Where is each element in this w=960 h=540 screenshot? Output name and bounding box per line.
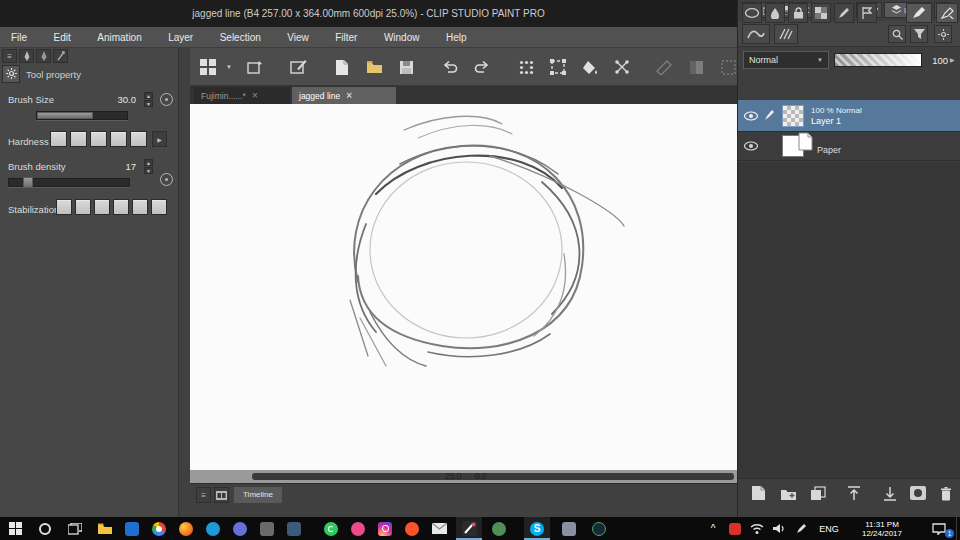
file-explorer-icon[interactable] — [92, 517, 118, 540]
clock[interactable]: 11:31 PM 12/24/2017 — [848, 517, 916, 540]
opacity-slider[interactable] — [834, 53, 922, 67]
cortana-search-button[interactable] — [30, 517, 60, 540]
brush-size-spin-up[interactable]: ▲ — [144, 92, 153, 99]
horizontal-scrollbar[interactable] — [252, 473, 734, 480]
layer-name[interactable]: Paper — [817, 145, 841, 155]
close-tab-icon[interactable]: × — [346, 91, 352, 101]
subtool-tab-3-icon[interactable] — [53, 49, 68, 63]
app-icon-generic-1[interactable] — [254, 517, 280, 540]
document-tab-active[interactable]: jagged line × — [292, 87, 396, 104]
stabilization-level-3[interactable] — [94, 199, 110, 215]
clip-at-layer-icon[interactable] — [765, 3, 785, 23]
stabilization-level-4[interactable] — [113, 199, 129, 215]
snap-to-dots-icon[interactable] — [514, 55, 538, 79]
undo-icon[interactable] — [438, 55, 462, 79]
workspace-grid-icon[interactable] — [196, 55, 220, 79]
brush-density-value[interactable]: 17 — [100, 161, 136, 172]
lock-layer-icon[interactable] — [788, 3, 808, 23]
delete-layer-trash-button[interactable] — [934, 482, 958, 504]
document-tab-inactive[interactable]: Fujimin......* × — [194, 87, 290, 104]
edge-browser-icon[interactable] — [200, 517, 226, 540]
new-file-icon[interactable] — [330, 55, 354, 79]
stabilization-level-5[interactable] — [132, 199, 148, 215]
filter-layer-icon[interactable] — [910, 25, 928, 43]
dribbble-icon[interactable] — [345, 517, 371, 540]
menu-view[interactable]: View — [276, 28, 320, 48]
hardness-level-5[interactable] — [130, 131, 147, 147]
menu-layer[interactable]: Layer — [157, 28, 204, 48]
edit-in-app-icon[interactable] — [286, 55, 310, 79]
antivirus-tray-icon[interactable] — [726, 517, 744, 540]
language-indicator[interactable]: ENG — [814, 517, 844, 540]
stabilization-level-1[interactable] — [56, 199, 72, 215]
brush-size-slider[interactable] — [36, 111, 128, 120]
hidden-icons-chevron[interactable]: ^ — [704, 517, 722, 540]
redo-icon[interactable] — [470, 55, 494, 79]
title-bar[interactable]: jagged line (B4 257.00 x 364.00mm 600dpi… — [0, 0, 737, 27]
paint-3d-icon[interactable] — [556, 517, 582, 540]
open-file-icon[interactable] — [362, 55, 386, 79]
whatsapp-icon[interactable] — [318, 517, 344, 540]
film-strip-icon[interactable] — [214, 487, 229, 503]
save-file-icon[interactable] — [394, 55, 418, 79]
chrome-icon[interactable] — [146, 517, 172, 540]
visibility-eye-icon[interactable] — [744, 107, 758, 125]
network-icon[interactable] — [748, 517, 766, 540]
new-layer-folder-button[interactable] — [776, 482, 800, 504]
task-view-button[interactable] — [60, 517, 90, 540]
transform-mesh-icon[interactable] — [610, 55, 634, 79]
new-layer-button[interactable] — [746, 482, 770, 504]
brush-strokes-icon[interactable] — [774, 24, 798, 44]
menu-edit[interactable]: Edit — [43, 28, 82, 48]
menu-help[interactable]: Help — [435, 28, 478, 48]
visibility-eye-icon[interactable] — [744, 137, 758, 155]
subtool-tab-1-icon[interactable] — [19, 49, 34, 63]
combine-mode-icon[interactable] — [742, 3, 762, 23]
discord-icon[interactable] — [227, 517, 253, 540]
tool-property-gear-tab[interactable] — [2, 65, 20, 83]
brush-density-spin-up[interactable]: ▲ — [144, 159, 153, 166]
merge-down-button[interactable] — [878, 482, 902, 504]
menu-filter[interactable]: Filter — [324, 28, 368, 48]
hardness-expand-arrow[interactable]: ▶ — [152, 131, 167, 147]
rotate-canvas-icon[interactable] — [242, 55, 266, 79]
timeline-menu-icon[interactable]: ≡ — [196, 487, 211, 503]
stabilization-level-6[interactable] — [151, 199, 167, 215]
brush-size-spin-down[interactable]: ▼ — [144, 100, 153, 107]
canvas-viewport[interactable] — [190, 104, 737, 470]
app-icon-generic-3[interactable] — [486, 517, 512, 540]
menu-window[interactable]: Window — [373, 28, 431, 48]
menu-file[interactable]: File — [0, 28, 38, 48]
subtool-tab-2-icon[interactable] — [36, 49, 51, 63]
close-tab-icon[interactable]: × — [252, 91, 258, 101]
brush-density-spin-down[interactable]: ▼ — [144, 167, 153, 174]
hardness-level-4[interactable] — [110, 131, 127, 147]
hardness-level-3[interactable] — [90, 131, 107, 147]
mail-app-icon[interactable] — [426, 517, 452, 540]
layer-row-layer1[interactable]: 100 % Normal Layer 1 — [738, 100, 960, 131]
tool-property-scrollbar[interactable] — [178, 48, 190, 517]
brave-icon[interactable] — [399, 517, 425, 540]
instagram-icon[interactable] — [372, 517, 398, 540]
app-icon-generic-2[interactable] — [281, 517, 307, 540]
menu-selection[interactable]: Selection — [209, 28, 272, 48]
opacity-expand-arrow[interactable]: ▶ — [950, 56, 955, 63]
timeline-tab[interactable]: Timeline — [234, 487, 282, 503]
opacity-value[interactable]: 100 — [926, 55, 948, 66]
panel-gear-icon[interactable] — [934, 25, 952, 43]
brush-density-dynamics-icon[interactable] — [160, 173, 173, 186]
fill-bucket-icon[interactable] — [578, 55, 602, 79]
firefox-icon[interactable] — [173, 517, 199, 540]
palette-color-icon[interactable] — [742, 24, 770, 44]
workspace-dropdown-icon[interactable]: ▼ — [222, 55, 236, 79]
start-button[interactable] — [0, 517, 30, 540]
brush-size-value[interactable]: 30.0 — [100, 94, 136, 105]
pen-settings-icon[interactable] — [792, 517, 810, 540]
hardness-level-1[interactable] — [50, 131, 67, 147]
brush-size-dynamics-icon[interactable] — [160, 93, 173, 106]
snap-to-grid-icon[interactable] — [546, 55, 570, 79]
gradient-icon[interactable] — [684, 55, 708, 79]
panel-menu-icon[interactable]: ≡ — [2, 49, 17, 63]
duplicate-layer-button[interactable] — [806, 482, 830, 504]
draw-on-layer-button[interactable] — [906, 3, 932, 23]
